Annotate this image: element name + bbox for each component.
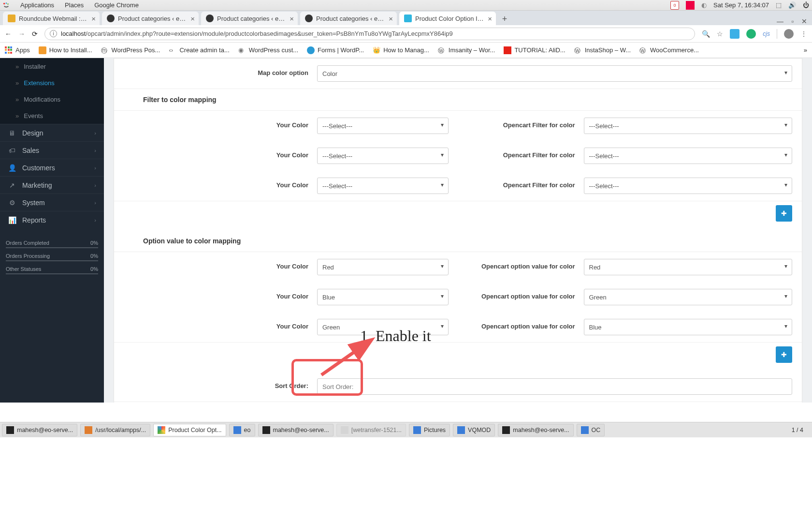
browser-tab[interactable]: Roundcube Webmail :: Inbo× (3, 12, 100, 25)
maximize-icon[interactable]: ▫ (791, 17, 794, 25)
close-icon[interactable]: × (389, 15, 393, 23)
back-button[interactable]: ← (5, 30, 12, 38)
your-color-label: Your Color (114, 178, 317, 194)
your-color-label: Your Color (114, 289, 317, 305)
volume-icon[interactable]: 🔊 (788, 1, 796, 9)
browser-tab[interactable]: Product categories ‹ eo —× (300, 12, 397, 25)
workspace-indicator[interactable]: 1 / 4 (785, 427, 810, 433)
bookmark-item[interactable]: 👑How to Manag... (373, 46, 429, 54)
bookmark-item[interactable]: ⓜWordPress Pos... (101, 46, 160, 54)
task-item[interactable]: eo (229, 424, 255, 436)
site-info-icon[interactable]: i (50, 30, 57, 37)
browser-tab[interactable]: Product categories ‹ eo —× (102, 12, 199, 25)
forward-button[interactable]: → (18, 30, 25, 38)
close-icon[interactable]: × (290, 15, 294, 23)
opencart-filter-label: Opencart Filter for color (458, 148, 584, 164)
opencart-filter-select[interactable]: ---Select--- (584, 148, 793, 164)
bookmark-item[interactable]: ‹›Create admin ta... (169, 46, 229, 54)
task-item[interactable]: /usr/local/ampps/... (80, 424, 150, 436)
admin-content: Map color option Color Filter to color m… (104, 58, 812, 403)
minimize-icon[interactable]: — (777, 17, 783, 25)
opencart-option-select[interactable]: Red (584, 259, 793, 275)
zoom-icon[interactable]: 🔍 (702, 30, 710, 38)
star-icon[interactable]: ☆ (717, 30, 723, 38)
bookmark-item[interactable]: TUTORIAL: AliD... (504, 46, 565, 54)
your-color-select[interactable]: ---Select--- (317, 178, 449, 194)
add-row-button[interactable]: ✚ (776, 346, 792, 363)
chevron-right-icon: › (94, 165, 96, 171)
task-item[interactable]: mahesh@eo-serve... (258, 424, 334, 436)
task-item[interactable]: VQMOD (453, 424, 495, 436)
task-item[interactable]: Pictures (409, 424, 450, 436)
bookmark-item[interactable]: ◉WordPress cust... (238, 46, 298, 54)
address-bar[interactable]: i localhost/opcart/admin/index.php?route… (44, 28, 695, 40)
sort-order-input[interactable] (317, 378, 792, 395)
gnome-menu[interactable]: Applications (20, 1, 54, 9)
opencart-option-select[interactable]: Green (584, 289, 793, 305)
chrome-menu-icon[interactable]: ⋮ (800, 30, 807, 38)
notif-icon[interactable]: 0 (670, 1, 679, 10)
tab-strip: Roundcube Webmail :: Inbo× Product categ… (0, 11, 812, 25)
map-color-option-select[interactable]: Color (317, 65, 792, 82)
profile-avatar[interactable] (784, 29, 794, 39)
task-item[interactable]: Product Color Opt... (153, 424, 226, 436)
close-window-icon[interactable]: ✕ (801, 17, 807, 25)
add-row-button[interactable]: ✚ (776, 205, 792, 222)
url-host: localhost (61, 30, 86, 37)
gnome-menu[interactable]: Google Chrome (94, 1, 139, 9)
url-path: /opcart/admin/index.php?route=extension/… (86, 30, 453, 37)
gear-icon: ⚙ (8, 199, 16, 207)
your-color-select[interactable]: Green (317, 319, 449, 335)
cart-icon: 🏷 (8, 147, 16, 154)
extension-icon[interactable] (746, 29, 756, 39)
opencart-option-select[interactable]: Blue (584, 319, 793, 335)
bookmark-item[interactable]: How to Install... (39, 46, 92, 54)
task-item[interactable]: [wetransfer-1521... (336, 424, 406, 436)
close-icon[interactable]: × (190, 15, 195, 23)
sidebar-item-marketing[interactable]: ↗Marketing› (0, 176, 104, 194)
bookmark-item[interactable]: ⓌWooCommerce... (639, 46, 699, 54)
bookmark-item[interactable]: ⓌInstaShop – W... (574, 46, 631, 54)
sidebar-item-sales[interactable]: 🏷Sales› (0, 141, 104, 159)
chevron-right-icon: › (94, 182, 96, 188)
sidebar-sub-installer[interactable]: Installer (0, 58, 104, 75)
your-color-select[interactable]: ---Select--- (317, 148, 449, 164)
task-item[interactable]: OC (577, 424, 605, 436)
task-item[interactable]: mahesh@eo-serve... (498, 424, 573, 436)
your-color-select[interactable]: ---Select--- (317, 118, 449, 134)
sidebar-stats: Orders Completed0% Orders Processing0% O… (6, 237, 98, 274)
sidebar-item-reports[interactable]: 📊Reports› (0, 211, 104, 228)
sidebar-sub-modifications[interactable]: Modifications (0, 91, 104, 107)
sidebar-sub-extensions[interactable]: Extensions (0, 75, 104, 91)
extension-icon[interactable] (730, 29, 740, 39)
extension-icon[interactable]: cjs (763, 30, 770, 37)
new-tab-button[interactable]: + (498, 13, 511, 25)
sidebar-item-system[interactable]: ⚙System› (0, 194, 104, 211)
app-indicator-icon[interactable] (686, 1, 695, 10)
opencart-filter-select[interactable]: ---Select--- (584, 178, 793, 194)
power-icon[interactable]: ⏻ (803, 1, 809, 9)
browser-tab[interactable]: Product categories ‹ eo —× (201, 12, 298, 25)
map-color-option-label: Map color option (114, 65, 317, 82)
sidebar-item-customers[interactable]: 👤Customers› (0, 159, 104, 176)
reload-button[interactable]: ⟳ (32, 30, 38, 38)
close-icon[interactable]: × (91, 15, 96, 23)
close-icon[interactable]: × (488, 15, 492, 23)
spinner-icon: ◐ (701, 1, 707, 9)
your-color-select[interactable]: Red (317, 259, 449, 275)
opencart-filter-select[interactable]: ---Select--- (584, 118, 793, 134)
gnome-menu[interactable]: Places (65, 1, 84, 9)
chart-icon: 📊 (8, 216, 16, 224)
svg-point-0 (3, 2, 5, 4)
opencart-option-label: Opencart option value for color (458, 319, 584, 335)
network-icon[interactable]: ⬚ (776, 1, 782, 9)
sidebar-sub-events[interactable]: Events (0, 107, 104, 124)
task-item[interactable]: mahesh@eo-serve... (2, 424, 77, 436)
sidebar-item-design[interactable]: 🖥Design› (0, 124, 104, 141)
your-color-select[interactable]: Blue (317, 289, 449, 305)
bookmark-overflow-icon[interactable]: » (804, 46, 807, 54)
apps-button[interactable]: Apps (5, 46, 30, 54)
bookmark-item[interactable]: Forms | WordP... (307, 46, 364, 54)
bookmark-item[interactable]: ⓌImsanity – Wor... (438, 46, 495, 54)
browser-tab-active[interactable]: Product Color Option Imag× (399, 12, 496, 25)
